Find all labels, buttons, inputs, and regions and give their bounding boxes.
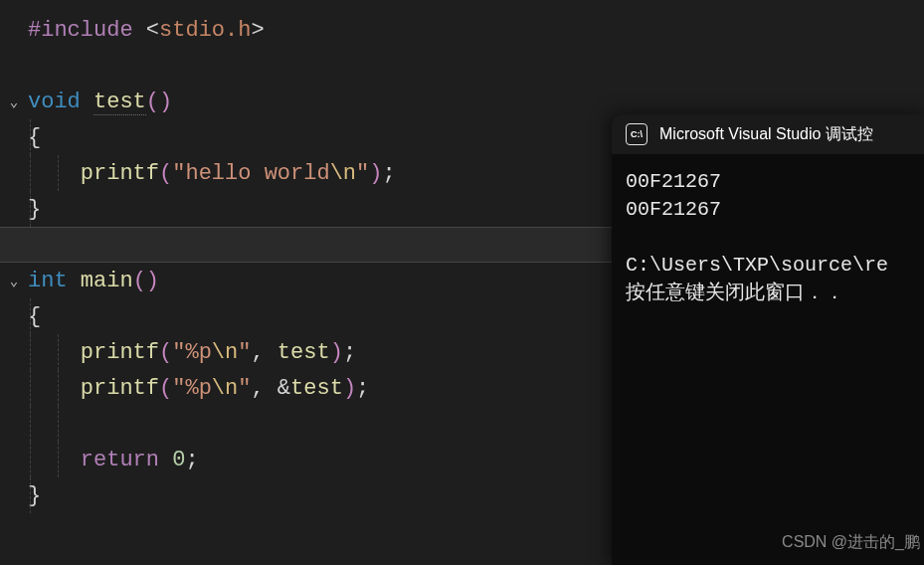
code-text: #include <stdio.h> [28, 18, 924, 43]
fold-gutter[interactable]: ⌄ [0, 273, 28, 289]
token-function-def: test [93, 90, 146, 115]
token-parens: () [146, 90, 172, 114]
console-line: C:\Users\TXP\source\re [626, 254, 888, 277]
console-titlebar[interactable]: C:\ Microsoft Visual Studio 调试控 [612, 114, 924, 154]
chevron-down-icon[interactable]: ⌄ [10, 94, 18, 110]
console-line: 00F21267 [626, 170, 721, 193]
console-title: Microsoft Visual Studio 调试控 [659, 124, 873, 145]
token-preprocessor: #include [28, 18, 133, 43]
token-keyword: int [28, 269, 68, 293]
code-line: #include <stdio.h> [0, 12, 924, 48]
token-keyword: return [81, 448, 159, 472]
console-line: 00F21267 [626, 198, 721, 221]
token-header: stdio.h [159, 18, 251, 43]
fold-gutter[interactable]: ⌄ [0, 94, 28, 110]
token-keyword: void [28, 90, 81, 114]
token-string: hello world [185, 161, 329, 186]
token-angle: > [251, 18, 264, 43]
chevron-down-icon[interactable]: ⌄ [10, 273, 18, 289]
token-function-def: main [81, 269, 133, 293]
console-output[interactable]: 00F21267 00F21267 C:\Users\TXP\source\re… [612, 154, 924, 565]
token-number: 0 [172, 448, 185, 472]
console-line: 按任意键关闭此窗口．． [626, 282, 844, 304]
token-function: printf [81, 161, 159, 186]
token-string: %p [185, 340, 211, 365]
token-escape: \n [330, 161, 356, 186]
watermark: CSDN @进击的_鹏 [782, 532, 920, 553]
debug-console-window[interactable]: C:\ Microsoft Visual Studio 调试控 00F21267… [612, 114, 924, 565]
token-operator: & [277, 376, 290, 401]
code-line-empty [0, 48, 924, 84]
console-icon: C:\ [626, 123, 647, 145]
token-angle: < [133, 18, 159, 43]
